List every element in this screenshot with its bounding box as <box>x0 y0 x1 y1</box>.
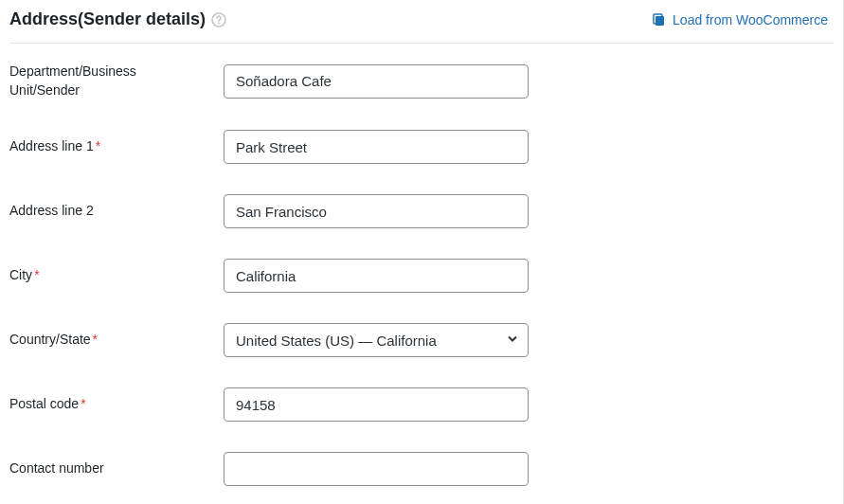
required-indicator: * <box>81 396 85 411</box>
contact-number-input[interactable] <box>224 452 529 486</box>
load-from-woocommerce-link[interactable]: Load from WooCommerce <box>652 12 834 27</box>
contact-number-label: Contact number <box>9 459 224 478</box>
required-indicator: * <box>34 267 39 282</box>
address2-label: Address line 2 <box>9 202 224 221</box>
city-input[interactable] <box>224 259 529 293</box>
address1-input[interactable] <box>224 130 529 164</box>
postal-code-label: Postal code* <box>9 395 224 414</box>
country-state-select[interactable]: United States (US) — California <box>224 323 529 357</box>
department-input[interactable] <box>224 64 529 99</box>
department-label: Department/Business Unit/Sender <box>9 63 224 99</box>
address2-input[interactable] <box>224 194 529 228</box>
address1-label: Address line 1* <box>9 137 224 156</box>
required-indicator: * <box>96 138 100 153</box>
copy-icon <box>652 12 667 27</box>
section-header: Address(Sender details) Load from WooCom… <box>9 9 834 44</box>
help-icon[interactable] <box>211 12 226 27</box>
required-indicator: * <box>93 332 98 347</box>
section-title-container: Address(Sender details) <box>9 9 226 29</box>
postal-code-input[interactable] <box>224 387 529 422</box>
city-label: City* <box>9 266 224 285</box>
country-state-label: Country/State* <box>9 331 224 350</box>
section-title: Address(Sender details) <box>9 9 206 29</box>
load-from-woocommerce-label: Load from WooCommerce <box>673 12 828 27</box>
